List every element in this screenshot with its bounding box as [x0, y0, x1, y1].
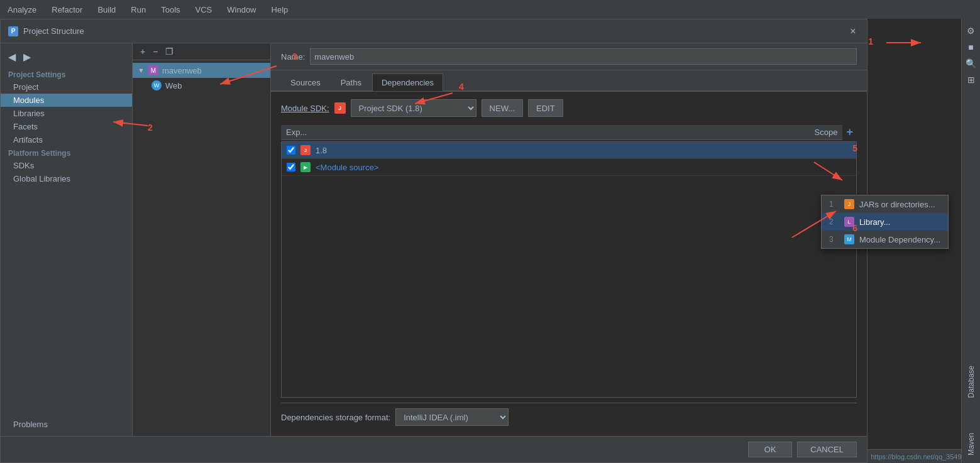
tab-dependencies[interactable]: Dependencies	[372, 74, 443, 91]
dropdown-item-label-library: Library...	[859, 217, 891, 227]
settings-icon[interactable]: ⚙	[964, 24, 978, 38]
apps-icon[interactable]: ⊞	[964, 73, 978, 87]
deps-row-name-java: 1.8	[316, 146, 851, 155]
module-remove-button[interactable]: −	[150, 46, 160, 57]
deps-rows: J 1.8 ▶ <Module source>	[281, 141, 857, 398]
dropdown-item-label-module-dep: Module Dependency...	[859, 235, 940, 244]
cancel-button[interactable]: CANCEL	[797, 442, 857, 457]
search-icon[interactable]: 🔍	[964, 57, 978, 70]
module-list-area: + − ❐ ▼ M mavenweb W Web	[133, 43, 271, 436]
status-url: https://blog.csdn.net/qq_354953...	[871, 453, 975, 460]
project-settings-label: Project Settings	[1, 68, 132, 80]
deps-checkbox-java[interactable]	[287, 146, 295, 155]
tabs-bar: Sources Paths Dependencies	[271, 70, 867, 92]
dialog-footer: OK CANCEL	[1, 436, 867, 462]
sidebar-item-modules[interactable]: Modules	[1, 94, 132, 107]
library-icon: L	[844, 217, 854, 227]
dialog-close-button[interactable]: ×	[847, 25, 859, 38]
menu-refactor[interactable]: Refactor	[49, 4, 85, 16]
dropdown-item-jars[interactable]: 1 J JARs or directories...	[822, 195, 948, 213]
nav-back-button[interactable]: ◀	[6, 50, 18, 64]
module-copy-button[interactable]: ❐	[163, 46, 176, 57]
sidebar-item-global-libraries[interactable]: Global Libraries	[1, 172, 132, 185]
module-item-mavenweb[interactable]: ▼ M mavenweb	[133, 63, 270, 78]
module-subitem-name: Web	[165, 81, 182, 90]
deps-row-module-source[interactable]: ▶ <Module source>	[282, 159, 856, 176]
sdk-new-button[interactable]: NEW...	[482, 99, 523, 117]
module-name-input[interactable]	[310, 48, 857, 65]
menu-run[interactable]: Run	[128, 4, 148, 16]
sdk-row: Module SDK: J Project SDK (1.8) NEW... E…	[281, 99, 857, 117]
dropdown-item-num-1: 1	[829, 200, 839, 209]
sidebar-item-facets[interactable]: Facets	[1, 120, 132, 133]
java-sdk-icon: J	[334, 102, 346, 114]
web-icon: W	[151, 80, 162, 90]
dropdown-popup: 1 J JARs or directories... 2 L Library..…	[821, 195, 949, 249]
deps-row-name-module-source: <Module source>	[316, 163, 851, 172]
sidebar-item-sdks[interactable]: SDKs	[1, 159, 132, 172]
deps-content: Module SDK: J Project SDK (1.8) NEW... E…	[271, 92, 867, 436]
sidebar-nav-row: ◀ ▶	[1, 48, 132, 65]
storage-format-row: Dependencies storage format: IntelliJ ID…	[281, 403, 857, 428]
module-add-button[interactable]: +	[138, 46, 148, 57]
menu-tools[interactable]: Tools	[158, 4, 182, 16]
platform-settings-label: Platform Settings	[1, 146, 132, 159]
sidebar-item-problems[interactable]: Problems	[1, 418, 132, 431]
name-row: Name:	[271, 43, 867, 70]
tab-sources[interactable]: Sources	[281, 74, 330, 91]
storage-format-select[interactable]: IntelliJ IDEA (.iml)	[395, 408, 509, 426]
module-toolbar: + − ❐	[133, 43, 270, 60]
dialog-body: ◀ ▶ Project Settings Project Modules Lib…	[1, 43, 867, 436]
deps-checkbox-module-source[interactable]	[287, 163, 295, 172]
sidebar-item-libraries[interactable]: Libraries	[1, 107, 132, 120]
sdk-label: Module SDK:	[281, 104, 329, 113]
right-panel: ⚙ ■ 🔍 ⊞ Database Maven	[961, 19, 980, 463]
stop-icon[interactable]: ■	[964, 40, 978, 54]
main-content: Name: Sources Paths Dependencies Module …	[271, 43, 867, 436]
tab-paths[interactable]: Paths	[331, 74, 371, 91]
menu-build[interactable]: Build	[95, 4, 118, 16]
java-row-icon: J	[300, 145, 311, 155]
deps-row-java[interactable]: J 1.8	[282, 142, 856, 159]
nav-forward-button[interactable]: ▶	[21, 50, 33, 64]
sdk-select[interactable]: Project SDK (1.8)	[351, 99, 476, 117]
sdk-edit-button[interactable]: EDIT	[528, 99, 563, 117]
storage-format-label: Dependencies storage format:	[281, 413, 390, 422]
menu-window[interactable]: Window	[224, 4, 258, 16]
database-label[interactable]: Database	[966, 363, 977, 400]
deps-add-button[interactable]: +	[842, 124, 857, 140]
maven-label[interactable]: Maven	[966, 430, 977, 458]
sidebar: ◀ ▶ Project Settings Project Modules Lib…	[1, 43, 133, 436]
module-items: ▼ M mavenweb W Web	[133, 60, 270, 436]
jar-icon: J	[844, 199, 854, 209]
dropdown-item-module-dep[interactable]: 3 M Module Dependency...	[822, 231, 948, 248]
deps-scope-column: Scope	[712, 128, 837, 137]
module-source-icon: ▶	[300, 162, 311, 172]
module-name: mavenweb	[162, 66, 202, 75]
ok-button[interactable]: OK	[748, 442, 792, 457]
dropdown-item-num-2: 2	[829, 217, 839, 226]
annotation-1: 1	[868, 36, 873, 46]
dialog-title: Project Structure	[23, 26, 847, 36]
menu-help[interactable]: Help	[269, 4, 291, 16]
module-icon: M	[148, 65, 158, 75]
module-subitem-web[interactable]: W Web	[133, 78, 270, 93]
dropdown-item-num-3: 3	[829, 235, 839, 244]
name-label: Name:	[281, 52, 305, 62]
dialog-icon: P	[8, 26, 18, 36]
menu-analyze[interactable]: Analyze	[5, 4, 39, 16]
menu-vcs[interactable]: VCS	[193, 4, 215, 16]
dropdown-item-label-jars: JARs or directories...	[859, 200, 935, 209]
sidebar-item-project[interactable]: Project	[1, 80, 132, 94]
dropdown-item-library[interactable]: 2 L Library...	[822, 213, 948, 231]
sidebar-item-artifacts[interactable]: Artifacts	[1, 133, 132, 146]
deps-exp-column: Exp...	[286, 128, 712, 137]
module-dep-icon: M	[844, 234, 854, 244]
project-structure-dialog: P Project Structure × ◀ ▶ Project Settin…	[0, 19, 867, 463]
dialog-titlebar: P Project Structure ×	[1, 19, 867, 43]
top-menubar: Analyze Refactor Build Run Tools VCS Win…	[0, 0, 980, 19]
